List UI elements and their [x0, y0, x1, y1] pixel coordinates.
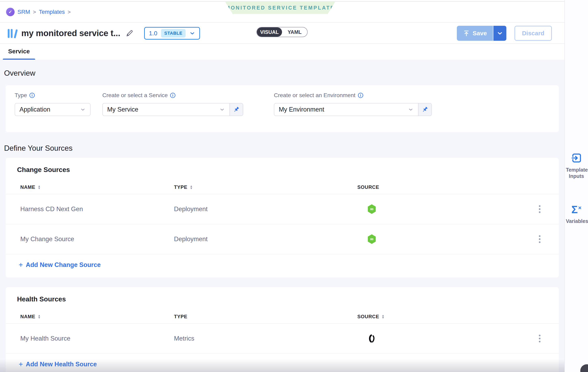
template-library-icon [8, 29, 17, 38]
change-sources-title: Change Sources [17, 166, 559, 174]
environment-pin-button[interactable] [419, 103, 432, 116]
page-title: my monitored service t... [21, 28, 120, 38]
breadcrumb-separator-icon: > [33, 9, 36, 15]
plus-icon: + [19, 361, 23, 368]
health-sources-card: Health Sources NAME ▲▼ TYPE SOURCE ▲▼ [6, 287, 559, 372]
sort-icon: ▲▼ [38, 185, 41, 190]
add-new-change-source-button[interactable]: + Add New Change Source [19, 261, 101, 269]
type-field: Type Application [15, 92, 91, 116]
svg-text:∞: ∞ [370, 236, 374, 241]
harness-cd-icon: ∞ [367, 234, 377, 244]
change-sources-card: Change Sources NAME ▲▼ TYPE ▲▼ SOURCE [6, 158, 559, 278]
change-source-row[interactable]: Harness CD Next Gen Deployment ∞ [6, 194, 559, 224]
chevron-down-icon [408, 107, 414, 112]
service-pin-button[interactable] [230, 103, 243, 116]
chevron-down-icon [189, 30, 195, 36]
health-sources-title: Health Sources [17, 295, 559, 303]
main-area: MONITORED SERVICE TEMPLATE ✓ SRM > Templ… [0, 0, 565, 372]
info-icon[interactable] [170, 92, 176, 98]
content-area: Overview Type Application [0, 60, 565, 372]
type-select[interactable]: Application [15, 103, 91, 116]
chevron-down-icon [80, 107, 86, 112]
pin-icon [233, 106, 240, 113]
health-source-name: My Health Source [20, 335, 174, 342]
save-split-button: Save [457, 26, 506, 41]
variables-button[interactable]: Σ× Variables [565, 204, 588, 224]
discard-button[interactable]: Discard [514, 26, 552, 41]
service-field: Create or select a Service My Service [102, 92, 243, 116]
save-label: Save [473, 30, 487, 37]
help-widget-partial[interactable] [580, 364, 588, 372]
version-number: 1.0 [149, 30, 157, 37]
harness-cd-icon: ∞ [367, 204, 377, 214]
version-stable-badge: STABLE [161, 29, 186, 38]
tab-service-label: Service [8, 48, 30, 55]
upload-icon [463, 30, 470, 37]
info-icon[interactable] [357, 92, 364, 98]
template-inputs-button[interactable]: Template Inputs [565, 152, 588, 180]
column-header-name[interactable]: NAME ▲▼ [20, 184, 174, 190]
row-options-menu-icon[interactable] [537, 203, 543, 215]
template-inputs-label: Template Inputs [566, 167, 587, 180]
service-label: Create or select a Service [102, 92, 168, 99]
column-header-source[interactable]: SOURCE [357, 184, 532, 190]
save-button[interactable]: Save [457, 26, 493, 41]
right-rail: Template Inputs Σ× Variables [565, 0, 588, 372]
type-label: Type [15, 92, 27, 99]
chevron-down-icon [497, 30, 503, 37]
breadcrumb-templates-link[interactable]: Templates [39, 9, 65, 15]
variables-icon: Σ× [571, 204, 581, 215]
srm-module-icon[interactable]: ✓ [6, 8, 15, 16]
change-source-type: Deployment [174, 205, 357, 213]
column-header-type[interactable]: TYPE ▲▼ [174, 184, 357, 190]
info-icon[interactable] [29, 92, 35, 98]
service-value: My Service [107, 106, 138, 113]
service-select[interactable]: My Service [102, 103, 230, 116]
monitored-service-template-page: MONITORED SERVICE TEMPLATE ✓ SRM > Templ… [0, 0, 588, 372]
change-source-name: Harness CD Next Gen [20, 205, 174, 213]
visual-mode-tab[interactable]: VISUAL [257, 27, 282, 37]
change-source-name: My Change Source [20, 235, 174, 243]
sort-icon: ▲▼ [381, 314, 385, 319]
variables-label: Variables [566, 218, 587, 224]
pencil-icon [126, 29, 134, 37]
type-value: Application [20, 106, 50, 113]
environment-label: Create or select an Environment [274, 92, 356, 99]
column-header-type[interactable]: TYPE [174, 314, 357, 320]
template-inputs-icon [571, 152, 582, 163]
health-sources-table: NAME ▲▼ TYPE SOURCE ▲▼ My Healt [6, 310, 559, 372]
row-options-menu-icon[interactable] [537, 233, 543, 245]
change-source-row[interactable]: My Change Source Deployment ∞ [6, 224, 559, 254]
sort-icon: ▲▼ [38, 314, 41, 319]
add-change-source-row: + Add New Change Source [6, 254, 559, 278]
yaml-mode-tab[interactable]: YAML [282, 27, 307, 37]
add-new-health-source-button[interactable]: + Add New Health Source [19, 361, 97, 368]
appdynamics-icon [367, 334, 377, 343]
environment-select[interactable]: My Environment [274, 103, 419, 116]
chevron-down-icon [219, 107, 225, 112]
tab-service[interactable]: Service [5, 44, 33, 55]
add-health-source-row: + Add New Health Source [6, 353, 559, 372]
define-sources-heading: Define Your Sources [4, 144, 559, 152]
visual-yaml-toggle: VISUAL YAML [256, 27, 308, 37]
overview-heading: Overview [4, 69, 559, 78]
svg-text:∞: ∞ [370, 206, 374, 211]
health-source-type: Metrics [174, 335, 357, 342]
row-options-menu-icon[interactable] [537, 333, 543, 344]
change-sources-table: NAME ▲▼ TYPE ▲▼ SOURCE Harness [6, 181, 559, 278]
breadcrumb: ✓ SRM > Templates > [0, 2, 565, 23]
plus-icon: + [19, 261, 23, 269]
environment-value: My Environment [279, 106, 324, 113]
sort-icon: ▲▼ [190, 185, 193, 190]
save-options-button[interactable] [493, 26, 506, 41]
change-sources-header-row: NAME ▲▼ TYPE ▲▼ SOURCE [6, 181, 559, 194]
column-header-name[interactable]: NAME ▲▼ [20, 314, 174, 320]
pin-icon [421, 106, 428, 113]
column-header-source[interactable]: SOURCE ▲▼ [357, 314, 532, 320]
health-source-row[interactable]: My Health Source Metrics [6, 323, 559, 353]
edit-title-button[interactable] [126, 29, 134, 37]
version-selector[interactable]: 1.0 STABLE [144, 27, 200, 40]
breadcrumb-srm-link[interactable]: SRM [18, 9, 30, 15]
header-actions: Save Discard [457, 26, 552, 41]
breadcrumb-separator-icon: > [68, 9, 71, 15]
